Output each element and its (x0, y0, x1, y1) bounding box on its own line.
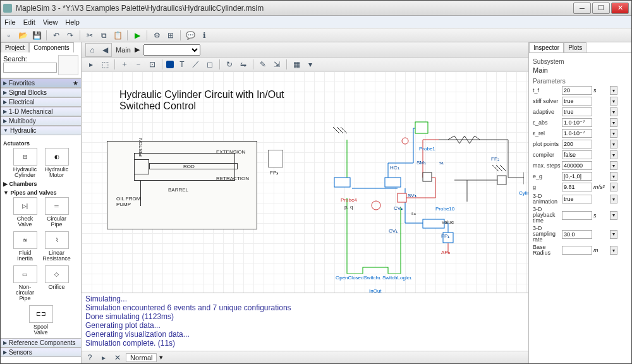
zoom-out-icon[interactable]: － (133, 59, 144, 70)
group-pipes[interactable]: ▼ Pipes and Valves (3, 190, 78, 196)
settings-icon[interactable]: ⚙ (151, 30, 162, 41)
param-value[interactable] (562, 140, 592, 149)
palette-mechanical[interactable]: ▶1-D Mechanical (1, 107, 81, 116)
param-row: 3-D sampling rate▾ (533, 226, 628, 243)
param-value[interactable] (562, 118, 592, 127)
param-dropdown[interactable]: ▾ (610, 140, 617, 149)
console-toggle-icon[interactable]: ▸ (98, 352, 109, 363)
console-mode-dropdown[interactable]: ▾ (159, 353, 163, 361)
palette-sensors[interactable]: ▶Sensors (1, 348, 81, 357)
param-dropdown[interactable]: ▾ (610, 230, 617, 239)
console-help-icon[interactable]: ? (84, 352, 95, 363)
param-value[interactable] (562, 97, 592, 106)
tab-project[interactable]: Project (1, 42, 29, 52)
tab-inspector[interactable]: Inspector (529, 42, 564, 52)
param-value[interactable] (562, 150, 592, 159)
menu-edit[interactable]: Edit (23, 18, 35, 26)
param-value[interactable] (562, 211, 592, 220)
comp-orifice[interactable]: ◇Orifice (43, 265, 71, 301)
palette-favorites[interactable]: ▶Favorites★ (1, 78, 81, 88)
breadcrumb[interactable]: Main (116, 46, 131, 54)
param-value[interactable] (562, 230, 592, 239)
param-dropdown[interactable]: ▾ (610, 150, 617, 159)
param-dropdown[interactable]: ▾ (610, 129, 617, 138)
param-value[interactable] (562, 172, 592, 181)
zoom-fit-icon[interactable]: ⊡ (147, 59, 158, 70)
flip-icon[interactable]: ⇋ (238, 59, 249, 70)
link-icon[interactable]: ⇲ (271, 59, 283, 70)
console-mode[interactable]: Normal (126, 353, 157, 362)
comp-check-valve[interactable]: ▷|Check Valve (11, 197, 39, 228)
param-dropdown[interactable]: ▾ (610, 107, 617, 116)
palette-signal[interactable]: ▶Signal Blocks (1, 88, 81, 97)
search-input[interactable] (3, 63, 57, 73)
palette-electrical[interactable]: ▶Electrical (1, 97, 81, 107)
open-icon[interactable]: 📂 (17, 30, 28, 41)
param-dropdown[interactable]: ▾ (610, 86, 617, 95)
param-dropdown[interactable]: ▾ (610, 183, 617, 191)
help-icon[interactable]: 💬 (185, 30, 196, 41)
palette-multibody[interactable]: ▶Multibody (1, 116, 81, 126)
nav-home-icon[interactable]: ⌂ (87, 44, 98, 56)
menu-view[interactable]: View (43, 18, 58, 26)
group-chambers[interactable]: ▶ Chambers (3, 181, 78, 187)
redo-icon[interactable]: ↷ (64, 30, 76, 41)
run-icon[interactable]: ▶ (131, 30, 143, 41)
param-value[interactable] (562, 246, 592, 255)
save-icon[interactable]: 💾 (31, 30, 42, 41)
new-icon[interactable]: ▫ (3, 30, 15, 41)
param-value[interactable] (562, 86, 592, 95)
maximize-button[interactable]: ☐ (592, 3, 610, 14)
close-button[interactable]: ✕ (611, 3, 629, 14)
menu-help[interactable]: Help (65, 18, 80, 26)
console-clear-icon[interactable]: ✕ (112, 352, 123, 363)
comp-hydraulic-motor[interactable]: ◐Hydraulic Motor (43, 148, 71, 178)
color-swatch[interactable] (166, 61, 174, 68)
param-dropdown[interactable]: ▾ (610, 118, 617, 127)
param-dropdown[interactable]: ▾ (610, 246, 617, 255)
tab-components[interactable]: Components (29, 42, 74, 52)
menu-file[interactable]: File (4, 18, 16, 26)
info-icon[interactable]: ℹ (198, 30, 210, 41)
rotate-icon[interactable]: ↻ (224, 59, 235, 70)
more-icon[interactable]: ▾ (305, 59, 316, 70)
param-value[interactable] (562, 195, 592, 203)
param-value[interactable] (562, 183, 592, 191)
canvas[interactable]: Hydraulic Cylinder Circuit with In/Out S… (82, 71, 528, 293)
probe-icon[interactable]: ✎ (257, 59, 269, 70)
comp-linear-resistance[interactable]: ⌇Linear Resistance (43, 231, 71, 262)
param-value[interactable] (562, 161, 592, 170)
param-dropdown[interactable]: ▾ (610, 195, 617, 203)
select-icon[interactable]: ⬚ (99, 59, 111, 70)
right-sidebar: Inspector Plots Subsystem Main Parameter… (529, 42, 631, 363)
param-dropdown[interactable]: ▾ (610, 211, 617, 220)
param-dropdown[interactable]: ▾ (610, 97, 617, 106)
palette-reference[interactable]: ▶Reference Components (1, 338, 81, 348)
plot-icon[interactable]: ⊞ (165, 30, 176, 41)
line-icon[interactable]: ／ (190, 59, 202, 70)
text-icon[interactable]: T (176, 59, 188, 70)
comp-spool-valve[interactable]: ⊏⊐Spool Valve (27, 305, 55, 336)
param-value[interactable] (562, 129, 592, 138)
copy-icon[interactable]: ⧉ (98, 30, 109, 41)
subsystem-select[interactable] (143, 44, 200, 56)
param-dropdown[interactable]: ▾ (610, 161, 617, 170)
comp-circular-pipe[interactable]: ═Circular Pipe (43, 197, 71, 228)
param-value[interactable] (562, 107, 592, 116)
shape-icon[interactable]: ◻ (204, 59, 216, 70)
pointer-icon[interactable]: ▸ (85, 59, 97, 70)
palette-hydraulic[interactable]: ▼Hydraulic (1, 126, 81, 135)
group-icon[interactable]: ▦ (291, 59, 302, 70)
param-dropdown[interactable]: ▾ (610, 172, 617, 181)
undo-icon[interactable]: ↶ (51, 30, 62, 41)
comp-hydraulic-cylinder[interactable]: ⊟Hydraulic Cylinder (11, 148, 39, 178)
comp-fluid-inertia[interactable]: ≋Fluid Inertia (11, 231, 39, 262)
comp-noncircular-pipe[interactable]: ▭Non-circular Pipe (11, 265, 39, 301)
nav-play-icon[interactable]: ▶ (135, 46, 140, 54)
cut-icon[interactable]: ✂ (84, 30, 95, 41)
paste-icon[interactable]: 📋 (112, 30, 123, 41)
nav-up-icon[interactable]: ◀ (99, 44, 111, 56)
zoom-in-icon[interactable]: ＋ (119, 59, 130, 70)
tab-plots[interactable]: Plots (564, 42, 586, 52)
minimize-button[interactable]: ─ (573, 3, 591, 14)
